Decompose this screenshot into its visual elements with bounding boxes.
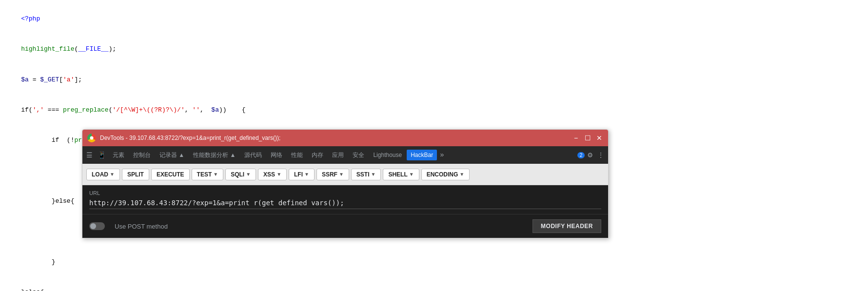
tab-lighthouse[interactable]: Lighthouse (369, 148, 406, 162)
xss-arrow: ▼ (276, 172, 281, 177)
minimize-button[interactable]: − (572, 134, 580, 142)
more-tabs-button[interactable]: » (438, 151, 446, 159)
execute-button[interactable]: EXECUTE (151, 169, 190, 180)
hackbar-toolbar: LOAD ▼ SPLIT EXECUTE TEST ▼ SQLI ▼ XSS ▼… (82, 164, 608, 185)
code-line-1: <?php (6, 4, 862, 34)
ssrf-arrow: ▼ (339, 172, 344, 177)
tab-recorder[interactable]: 记录器 ▲ (156, 147, 188, 163)
devtools-title: DevTools - 39.107.68.43:8722/?exp=1&a=pr… (100, 135, 572, 141)
ssrf-button[interactable]: SSRF ▼ (316, 169, 349, 180)
code-line-10: }else{ (6, 278, 862, 291)
url-input[interactable] (89, 198, 601, 209)
chrome-icon (87, 134, 96, 142)
tab-sources[interactable]: 源代码 (240, 147, 266, 163)
shell-button[interactable]: SHELL ▼ (383, 169, 419, 180)
code-line-9: } (6, 247, 862, 277)
lfi-button[interactable]: LFI ▼ (289, 169, 315, 180)
devtools-window: DevTools - 39.107.68.43:8722/?exp=1&a=pr… (82, 129, 609, 238)
post-method-label: Use POST method (115, 223, 168, 230)
load-arrow: ▼ (110, 172, 115, 177)
split-button[interactable]: SPLIT (122, 169, 149, 180)
tab-performance-data[interactable]: 性能数据分析 ▲ (189, 147, 239, 163)
post-method-toggle[interactable] (89, 222, 105, 230)
tab-console[interactable]: 控制台 (129, 147, 155, 163)
load-button[interactable]: LOAD ▼ (86, 169, 120, 180)
shell-arrow: ▼ (409, 172, 414, 177)
test-button[interactable]: TEST ▼ (192, 169, 224, 180)
sqli-button[interactable]: SQLI ▼ (225, 169, 256, 180)
inspect-icon[interactable]: ☰ (84, 151, 95, 159)
tab-performance[interactable]: 性能 (287, 147, 307, 163)
encoding-arrow: ▼ (459, 172, 464, 177)
ssti-arrow: ▼ (371, 172, 376, 177)
tab-elements[interactable]: 元素 (109, 147, 128, 163)
notification-badge: 2 (577, 152, 585, 158)
toggle-knob (90, 223, 96, 229)
options-icon[interactable]: ⋮ (595, 151, 606, 159)
hackbar-url-section: URL (82, 185, 608, 214)
xss-button[interactable]: XSS ▼ (258, 169, 287, 180)
device-icon[interactable]: 📱 (96, 151, 108, 159)
devtools-titlebar: DevTools - 39.107.68.43:8722/?exp=1&a=pr… (82, 130, 608, 146)
hackbar-footer: Use POST method MODIFY HEADER (82, 214, 608, 238)
close-button[interactable]: ✕ (595, 134, 603, 142)
encoding-button[interactable]: ENCODING ▼ (421, 169, 470, 180)
modify-header-button[interactable]: MODIFY HEADER (533, 219, 601, 233)
restore-button[interactable]: ☐ (584, 134, 592, 142)
test-arrow: ▼ (213, 172, 218, 177)
settings-icon[interactable]: ⚙ (586, 150, 594, 160)
window-controls: − ☐ ✕ (572, 134, 603, 142)
lfi-arrow: ▼ (304, 172, 309, 177)
sqli-arrow: ▼ (246, 172, 251, 177)
tab-hackbar[interactable]: HackBar (407, 150, 437, 160)
devtools-tab-bar: ☰ 📱 元素 控制台 记录器 ▲ 性能数据分析 ▲ 源代码 网络 性能 内存 应… (82, 146, 608, 164)
code-line-3: $a = $_GET['a']; (6, 65, 862, 95)
tab-application[interactable]: 应用 (328, 147, 348, 163)
ssti-button[interactable]: SSTI ▼ (351, 169, 381, 180)
code-line-4: if(',' === preg_replace('/[^\W]+\((?R)?\… (6, 95, 862, 125)
tab-security[interactable]: 安全 (349, 147, 368, 163)
tab-network[interactable]: 网络 (267, 147, 286, 163)
tab-memory[interactable]: 内存 (308, 147, 327, 163)
url-label: URL (89, 190, 601, 196)
code-line-2: highlight_file(__FILE__); (6, 34, 862, 64)
